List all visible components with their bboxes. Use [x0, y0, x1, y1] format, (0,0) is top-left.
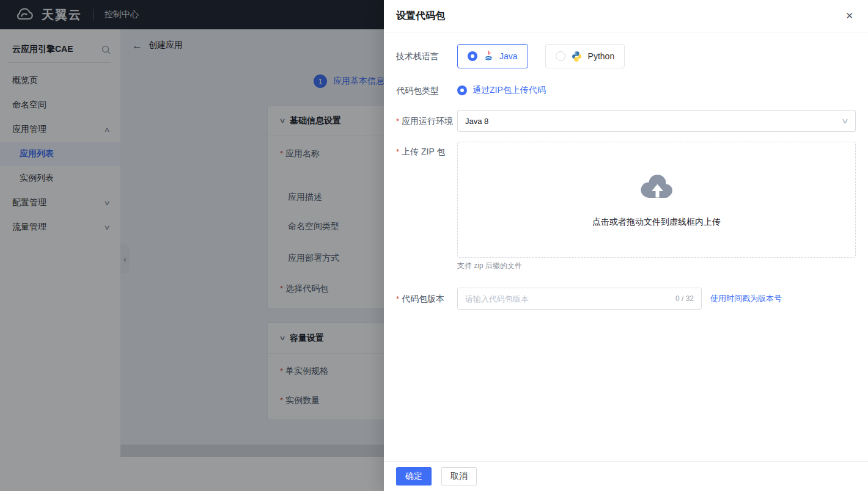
- runtime-select[interactable]: Java 8 ∨: [457, 110, 856, 132]
- drawer-title: 设置代码包: [396, 10, 445, 23]
- tech-option-python[interactable]: Python: [545, 44, 625, 68]
- tech-stack-label: 技术栈语言: [396, 44, 457, 68]
- upload-hint: 支持 zip 后缀的文件: [457, 261, 856, 271]
- tech-option-java-label: Java: [499, 51, 518, 61]
- tech-option-java[interactable]: Java: [457, 44, 528, 68]
- upload-drop-text: 点击或者拖动文件到虚线框内上传: [592, 217, 721, 228]
- required-mark: *: [396, 111, 399, 133]
- upload-dropzone[interactable]: 点击或者拖动文件到虚线框内上传: [457, 142, 856, 258]
- required-mark: *: [396, 288, 399, 310]
- package-type-label: 代码包类型: [396, 84, 457, 96]
- chevron-down-icon: ∨: [841, 117, 849, 125]
- version-label: * 代码包版本: [396, 288, 457, 310]
- runtime-select-value: Java 8: [465, 117, 488, 126]
- set-code-package-drawer: 设置代码包 ✕ 技术栈语言: [384, 0, 868, 491]
- radio-selected-icon: [468, 51, 477, 61]
- char-counter: 0 / 32: [675, 294, 701, 303]
- java-icon: [483, 51, 494, 62]
- use-timestamp-link[interactable]: 使用时间戳为版本号: [710, 288, 782, 310]
- required-mark: *: [396, 147, 399, 258]
- tech-option-python-label: Python: [588, 51, 615, 61]
- drawer-footer: 确定 取消: [384, 461, 868, 491]
- runtime-label: * 应用运行环境: [396, 110, 457, 132]
- confirm-button[interactable]: 确定: [396, 467, 432, 486]
- upload-label: * 上传 ZIP 包: [396, 142, 457, 258]
- version-input-wrap: 0 / 32: [457, 288, 702, 310]
- cloud-upload-icon: [638, 172, 675, 201]
- package-type-option-zip[interactable]: 通过ZIP包上传代码: [457, 84, 546, 96]
- cancel-button[interactable]: 取消: [441, 467, 477, 486]
- version-input[interactable]: [458, 288, 675, 309]
- python-icon: [571, 51, 583, 62]
- close-icon[interactable]: ✕: [843, 9, 856, 23]
- radio-unselected-icon: [556, 51, 565, 61]
- radio-selected-icon: [457, 85, 467, 95]
- package-type-option-label: 通过ZIP包上传代码: [473, 85, 546, 96]
